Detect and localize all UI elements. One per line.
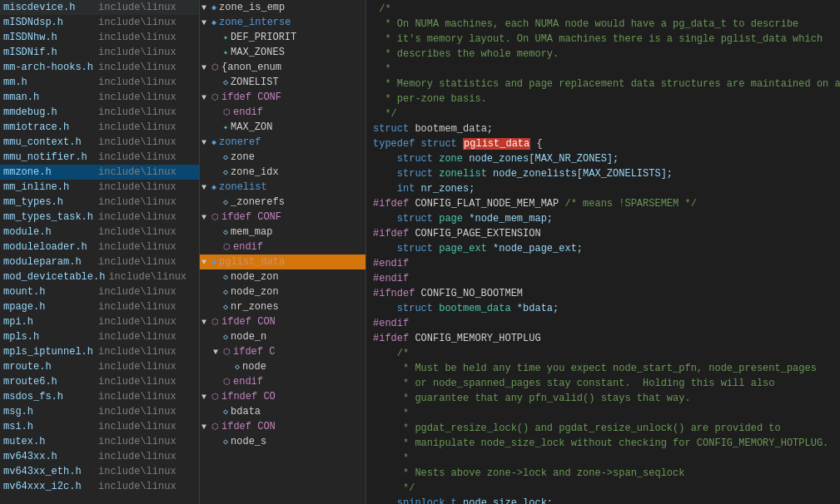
file-row[interactable]: mman.hinclude\linux <box>0 90 199 105</box>
file-row[interactable]: msdos_fs.hinclude\linux <box>0 389 199 404</box>
tree-row[interactable]: ✦DEF_PRIORIT <box>200 30 365 45</box>
code-comment: * Nests above zone->lock and zone->span_… <box>373 467 684 479</box>
tree-row[interactable]: ✦MAX_ZON <box>200 120 365 135</box>
tree-row[interactable]: ✦MAX_ZONES <box>200 45 365 60</box>
tree-row[interactable]: ◇bdata <box>200 404 365 419</box>
tree-label: ZONELIST <box>231 77 279 88</box>
file-row[interactable]: mroute6.hinclude\linux <box>0 374 199 389</box>
tree-row[interactable]: ▼⬡ifdef CONF <box>200 90 365 105</box>
code-line: * manipulate node_size_lock without chec… <box>373 436 833 451</box>
tree-row[interactable]: ▼◆pglist_data <box>200 254 365 269</box>
file-row[interactable]: module.hinclude\linux <box>0 225 199 240</box>
file-row[interactable]: mod_devicetable.hinclude\linux <box>0 269 199 284</box>
tree-row[interactable]: ◇_zonerefs <box>200 195 365 210</box>
tree-row[interactable]: ▼⬡ifdef CONF <box>200 210 365 225</box>
tree-row[interactable]: ⬡endif <box>200 240 365 254</box>
tree-icon-ifdef: ⬡ <box>223 347 231 357</box>
tree-row[interactable]: ◇node_s <box>200 434 365 449</box>
tree-row[interactable]: ◇node_zon <box>200 269 365 284</box>
tree-expand-arrow[interactable]: ▼ <box>201 18 211 27</box>
code-line: * <box>373 451 833 466</box>
tree-row[interactable]: ◇nr_zones <box>200 299 365 314</box>
code-comment: * <box>373 63 391 75</box>
tree-expand-arrow[interactable]: ▼ <box>201 213 211 222</box>
tree-row[interactable]: ▼◆zone_interse <box>200 15 365 30</box>
file-row[interactable]: mv64xxx_i2c.hinclude\linux <box>0 479 199 494</box>
file-row[interactable]: mISDNif.hinclude\linux <box>0 45 199 60</box>
file-row[interactable]: msg.hinclude\linux <box>0 404 199 419</box>
tree-label: ifndef CO <box>221 391 276 403</box>
file-row[interactable]: mount.hinclude\linux <box>0 284 199 299</box>
file-row[interactable]: mm_types.hinclude\linux <box>0 195 199 210</box>
file-row[interactable]: mmiotrace.hinclude\linux <box>0 120 199 135</box>
file-row[interactable]: mroute.hinclude\linux <box>0 359 199 374</box>
file-row[interactable]: mm_inline.hinclude\linux <box>0 180 199 195</box>
file-row[interactable]: mv643xx_eth.hinclude\linux <box>0 464 199 479</box>
tree-row[interactable]: ◇zone <box>200 150 365 165</box>
file-row[interactable]: mm_types_task.hinclude\linux <box>0 210 199 225</box>
code-comment: * manipulate node_size_lock without chec… <box>373 437 828 449</box>
tree-row[interactable]: ◇mem_map <box>200 225 365 240</box>
tree-row[interactable]: ▼◆zone_is_emp <box>200 0 365 15</box>
tree-row[interactable]: ◇zone_idx <box>200 165 365 180</box>
tree-expand-arrow[interactable]: ▼ <box>201 318 211 327</box>
file-row[interactable]: mm.hinclude\linux <box>0 75 199 90</box>
file-name: mISDNhw.h <box>3 32 95 43</box>
tree-row[interactable]: ▼⬡{anon_enum <box>200 60 365 75</box>
file-row[interactable]: mpi.hinclude\linux <box>0 314 199 329</box>
tree-row[interactable]: ◇ZONELIST <box>200 75 365 90</box>
tree-expand-arrow[interactable]: ▼ <box>201 393 211 402</box>
file-row[interactable]: mpage.hinclude\linux <box>0 299 199 314</box>
tree-expand-arrow[interactable]: ▼ <box>213 348 223 357</box>
tree-row[interactable]: ▼⬡ifndef CO <box>200 389 365 404</box>
code-line: */ <box>373 481 833 496</box>
file-row[interactable]: moduleloader.hinclude\linux <box>0 240 199 254</box>
code-line: * Must be held any time you expect node_… <box>373 361 833 376</box>
file-row[interactable]: mpls.hinclude\linux <box>0 329 199 344</box>
tree-row[interactable]: ◇node_zon <box>200 284 365 299</box>
file-row[interactable]: msi.hinclude\linux <box>0 419 199 434</box>
tree-expand-arrow[interactable]: ▼ <box>201 258 211 267</box>
file-row[interactable]: mmu_context.hinclude\linux <box>0 135 199 150</box>
file-path: include\linux <box>98 121 176 133</box>
tree-expand-arrow[interactable]: ▼ <box>201 183 211 192</box>
file-row[interactable]: mmzone.hinclude\linux <box>0 165 199 180</box>
tree-icon-struct: ◆ <box>211 137 216 147</box>
code-segment: struct <box>373 303 439 314</box>
file-row[interactable]: mmu_notifier.hinclude\linux <box>0 150 199 165</box>
tree-expand-arrow[interactable]: ▼ <box>201 3 211 12</box>
file-row[interactable]: mv643xx.hinclude\linux <box>0 449 199 464</box>
file-row[interactable]: mpls_iptunnel.hinclude\linux <box>0 344 199 359</box>
file-name: mod_devicetable.h <box>3 271 105 283</box>
file-row[interactable]: miscdevice.hinclude\linux <box>0 0 199 15</box>
file-row[interactable]: mISDNhw.hinclude\linux <box>0 30 199 45</box>
file-row[interactable]: mutex.hinclude\linux <box>0 434 199 449</box>
tree-row[interactable]: ▼⬡ifdef CON <box>200 419 365 434</box>
tree-row[interactable]: ◇node_n <box>200 329 365 344</box>
tree-row[interactable]: ⬡endif <box>200 105 365 120</box>
code-comment: /* <box>373 348 409 359</box>
tree-row[interactable]: ▼◆zonelist <box>200 180 365 195</box>
file-row[interactable]: mISDNdsp.hinclude\linux <box>0 15 199 30</box>
code-panel[interactable]: /* * On NUMA machines, each NUMA node wo… <box>366 0 840 504</box>
file-row[interactable]: mm-arch-hooks.hinclude\linux <box>0 60 199 75</box>
tree-expand-arrow[interactable]: ▼ <box>201 93 211 102</box>
tree-row[interactable]: ⬡endif <box>200 374 365 389</box>
tree-icon-ifdef: ⬡ <box>211 317 219 327</box>
tree-expand-arrow[interactable]: ▼ <box>201 422 211 432</box>
file-row[interactable]: moduleparam.hinclude\linux <box>0 254 199 269</box>
tree-expand-arrow[interactable]: ▼ <box>201 138 211 147</box>
tree-expand-arrow[interactable]: ▼ <box>201 63 211 72</box>
tree-row[interactable]: ▼⬡ifdef C <box>200 344 365 359</box>
code-line: #endif <box>373 316 833 331</box>
file-path: include\linux <box>98 226 176 238</box>
tree-icon-var: ◇ <box>223 302 228 312</box>
code-segment: CONFIG_FLAT_NODE_MEM_MAP <box>415 198 564 210</box>
code-macro: #endif <box>373 273 409 284</box>
tree-row[interactable]: ▼◆zoneref <box>200 135 365 150</box>
file-row[interactable]: mmdebug.hinclude\linux <box>0 105 199 120</box>
code-macro: #endif <box>373 258 409 269</box>
tree-row[interactable]: ▼⬡ifdef CON <box>200 314 365 329</box>
file-name: moduleparam.h <box>3 256 95 268</box>
tree-row[interactable]: ◇node <box>200 359 365 374</box>
